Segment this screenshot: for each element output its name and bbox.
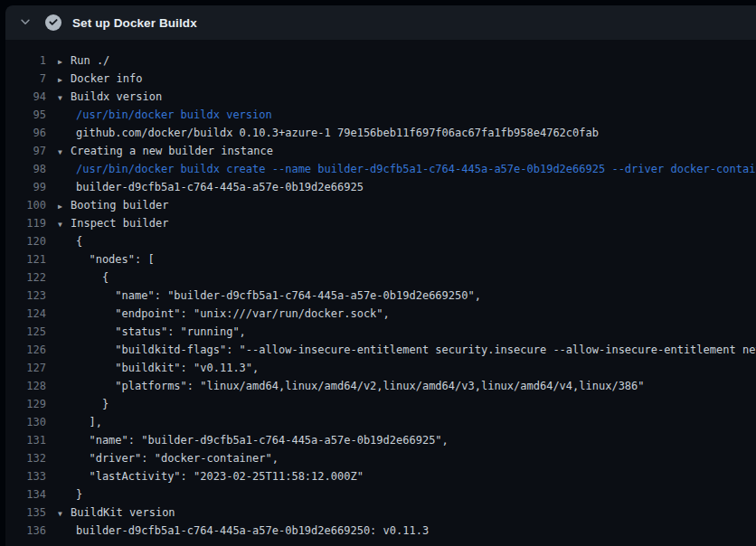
log-line: 127 "buildkit": "v0.11.3",: [5, 359, 756, 377]
log-line: 94 ▼Buildx version: [5, 88, 756, 106]
line-number[interactable]: 126: [5, 341, 46, 359]
log-line: 7 ▶Docker info: [5, 70, 756, 88]
log-text: "nodes": [: [76, 250, 155, 268]
check-circle-icon: [45, 14, 61, 31]
line-number[interactable]: 95: [5, 106, 46, 124]
line-number[interactable]: 94: [5, 88, 46, 106]
log-text: {: [76, 232, 82, 250]
line-number[interactable]: 96: [5, 124, 46, 142]
log-command-text: /usr/bin/docker buildx create --name bui…: [76, 160, 756, 178]
line-number[interactable]: 128: [5, 377, 46, 395]
log-line: 132 "driver": "docker-container",: [5, 449, 756, 467]
line-number[interactable]: 134: [5, 485, 46, 504]
log-group-toggle[interactable]: ▶Run ./: [58, 52, 109, 71]
log-group-title: Buildx version: [71, 88, 162, 106]
log-line: 135 ▼BuildKit version: [5, 504, 756, 522]
line-number[interactable]: 133: [5, 467, 46, 485]
log-text: "buildkitd-flags": "--allow-insecure-ent…: [76, 341, 756, 359]
log-group-title: Inspect builder: [71, 214, 168, 232]
log-text: }: [76, 395, 109, 413]
log-group-title: Creating a new builder instance: [71, 142, 273, 160]
log-group-title: Booting builder: [71, 196, 168, 214]
log-line: 134 }: [5, 485, 756, 504]
log-group-title: Run ./: [71, 52, 109, 70]
log-viewer: 1 ▶Run ./ 7 ▶Docker info 94 ▼Buildx vers…: [5, 40, 756, 540]
log-text: "name": "builder-d9cfb5a1-c764-445a-a57e…: [76, 431, 449, 449]
log-line: 125 "status": "running",: [5, 323, 756, 341]
triangle-right-icon: ▶: [58, 53, 68, 71]
triangle-down-icon: ▼: [58, 89, 68, 108]
triangle-down-icon: ▼: [58, 505, 68, 523]
line-number[interactable]: 119: [5, 214, 46, 232]
line-number[interactable]: 1: [5, 52, 46, 70]
line-number[interactable]: 7: [5, 70, 46, 88]
log-line: 131 "name": "builder-d9cfb5a1-c764-445a-…: [5, 431, 756, 449]
triangle-right-icon: ▶: [58, 71, 68, 89]
step-title: Set up Docker Buildx: [72, 16, 197, 30]
log-text: "name": "builder-d9cfb5a1-c764-445a-a57e…: [76, 287, 481, 305]
triangle-right-icon: ▶: [58, 198, 68, 216]
line-number[interactable]: 130: [5, 413, 46, 431]
line-number[interactable]: 99: [5, 178, 46, 196]
log-group-toggle[interactable]: ▼Creating a new builder instance: [58, 142, 273, 162]
log-text: ],: [76, 413, 102, 431]
line-number[interactable]: 132: [5, 449, 46, 467]
log-text: builder-d9cfb5a1-c764-445a-a57e-0b19d2e6…: [76, 178, 364, 196]
log-line: 129 }: [5, 395, 756, 413]
log-group-toggle[interactable]: ▼Inspect builder: [58, 214, 168, 234]
log-text: "platforms": "linux/amd64,linux/amd64/v2…: [76, 377, 645, 395]
log-text: "driver": "docker-container",: [76, 449, 279, 467]
log-line: 99 builder-d9cfb5a1-c764-445a-a57e-0b19d…: [5, 178, 756, 196]
log-text: github.com/docker/buildx 0.10.3+azure-1 …: [76, 124, 599, 142]
log-line: 130 ],: [5, 413, 756, 431]
log-line: 96 github.com/docker/buildx 0.10.3+azure…: [5, 124, 756, 142]
log-line: 133 "lastActivity": "2023-02-25T11:58:12…: [5, 467, 756, 485]
log-group-title: Docker info: [71, 70, 142, 88]
chevron-down-icon: [19, 15, 32, 31]
line-number[interactable]: 123: [5, 287, 46, 305]
log-text: "status": "running",: [76, 323, 246, 341]
log-text: builder-d9cfb5a1-c764-445a-a57e-0b19d2e6…: [76, 522, 429, 540]
log-line: 122 {: [5, 268, 756, 287]
log-line: 124 "endpoint": "unix:///var/run/docker.…: [5, 305, 756, 323]
log-group-toggle[interactable]: ▶Booting builder: [58, 196, 168, 216]
log-line: 98 /usr/bin/docker buildx create --name …: [5, 160, 756, 178]
log-line: 97 ▼Creating a new builder instance: [5, 142, 756, 160]
log-command-text: /usr/bin/docker buildx version: [76, 106, 272, 124]
log-line: 126 "buildkitd-flags": "--allow-insecure…: [5, 341, 756, 359]
line-number[interactable]: 121: [5, 250, 46, 268]
log-text: }: [76, 485, 82, 504]
log-text: "endpoint": "unix:///var/run/docker.sock…: [76, 305, 390, 323]
step-log-card: Set up Docker Buildx 1 ▶Run ./ 7 ▶Docker…: [5, 5, 756, 546]
line-number[interactable]: 136: [5, 522, 46, 540]
log-line: 100 ▶Booting builder: [5, 196, 756, 214]
log-line: 128 "platforms": "linux/amd64,linux/amd6…: [5, 377, 756, 395]
collapse-step-button[interactable]: [14, 11, 37, 34]
line-number[interactable]: 97: [5, 142, 46, 160]
line-number[interactable]: 122: [5, 268, 46, 287]
line-number[interactable]: 124: [5, 305, 46, 323]
log-line: 121 "nodes": [: [5, 250, 756, 268]
line-number[interactable]: 135: [5, 504, 46, 522]
log-line: 120 {: [5, 232, 756, 250]
line-number[interactable]: 127: [5, 359, 46, 377]
log-text: "buildkit": "v0.11.3",: [76, 359, 259, 377]
log-line: 119 ▼Inspect builder: [5, 214, 756, 232]
log-line: 95 /usr/bin/docker buildx version: [5, 106, 756, 124]
log-group-toggle[interactable]: ▼BuildKit version: [58, 504, 175, 523]
log-group-title: BuildKit version: [71, 504, 175, 522]
step-header[interactable]: Set up Docker Buildx: [5, 5, 756, 40]
line-number[interactable]: 120: [5, 232, 46, 250]
triangle-down-icon: ▼: [58, 216, 68, 234]
line-number[interactable]: 100: [5, 196, 46, 214]
log-group-toggle[interactable]: ▶Docker info: [58, 70, 142, 89]
log-text: "lastActivity": "2023-02-25T11:58:12.000…: [76, 467, 364, 485]
log-line: 1 ▶Run ./: [5, 52, 756, 70]
triangle-down-icon: ▼: [58, 144, 68, 162]
line-number[interactable]: 125: [5, 323, 46, 341]
log-line: 123 "name": "builder-d9cfb5a1-c764-445a-…: [5, 287, 756, 305]
line-number[interactable]: 98: [5, 160, 46, 178]
line-number[interactable]: 129: [5, 395, 46, 413]
log-group-toggle[interactable]: ▼Buildx version: [58, 88, 162, 108]
line-number[interactable]: 131: [5, 431, 46, 449]
